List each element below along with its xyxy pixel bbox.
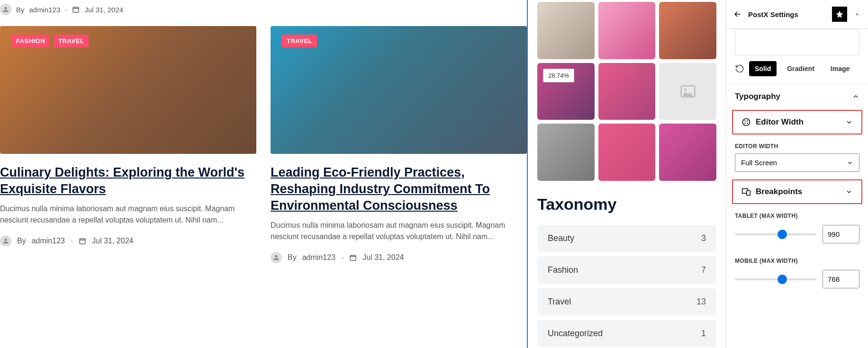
calendar-icon bbox=[349, 254, 357, 261]
panel-label: Breakpoints bbox=[756, 187, 802, 196]
fill-tab-gradient[interactable]: Gradient bbox=[781, 61, 820, 76]
top-post-meta: By admin123 - Jul 31, 2024 bbox=[0, 0, 527, 19]
tag-travel[interactable]: TRAVEL bbox=[54, 35, 89, 47]
favorite-button[interactable] bbox=[832, 7, 847, 22]
taxonomy-item-travel[interactable]: Travel 13 bbox=[537, 288, 716, 315]
chevron-down-icon bbox=[845, 118, 853, 126]
author-link[interactable]: admin123 bbox=[29, 6, 61, 14]
meta-separator: - bbox=[71, 237, 73, 245]
by-label: By bbox=[17, 237, 26, 245]
fill-tab-image[interactable]: Image bbox=[825, 61, 855, 76]
svg-point-8 bbox=[744, 123, 746, 124]
slider-thumb[interactable] bbox=[778, 275, 787, 284]
settings-sidebar: PostX Settings Solid Gradient Image Typo… bbox=[726, 0, 868, 348]
grid-image[interactable]: 28.74% bbox=[537, 63, 595, 120]
panel-label: Editor Width bbox=[756, 117, 804, 127]
author-link[interactable]: admin123 bbox=[302, 253, 335, 262]
taxonomy-count: 1 bbox=[701, 329, 706, 339]
panel-label: Typography bbox=[735, 92, 780, 101]
post-excerpt: Ducimus nulla minima laboriosam aut magn… bbox=[0, 203, 256, 226]
taxonomy-count: 7 bbox=[701, 265, 706, 275]
calendar-icon bbox=[72, 6, 80, 13]
post-image[interactable]: FASHION TRAVEL bbox=[0, 26, 256, 154]
author-link[interactable]: admin123 bbox=[32, 237, 65, 245]
grid-image[interactable] bbox=[598, 2, 656, 59]
taxonomy-label: Travel bbox=[548, 297, 571, 307]
avatar bbox=[0, 4, 11, 15]
image-placeholder-icon bbox=[680, 85, 696, 98]
svg-point-5 bbox=[743, 119, 750, 126]
post-date: Jul 31, 2024 bbox=[92, 237, 133, 245]
panel-breakpoints[interactable]: Breakpoints bbox=[732, 179, 862, 204]
svg-point-4 bbox=[684, 89, 687, 91]
svg-point-9 bbox=[747, 123, 748, 124]
close-icon[interactable] bbox=[853, 10, 861, 18]
grid-image[interactable] bbox=[598, 63, 656, 120]
taxonomy-item-beauty[interactable]: Beauty 3 bbox=[537, 225, 716, 252]
post-date: Jul 31, 2024 bbox=[84, 6, 123, 14]
sidebar-title: PostX Settings bbox=[748, 10, 826, 18]
post-card: FASHION TRAVEL Culinary Delights: Explor… bbox=[0, 26, 256, 263]
taxonomy-heading: Taxonomy bbox=[537, 195, 716, 214]
mobile-width-input[interactable]: 768 bbox=[823, 270, 859, 288]
grid-image[interactable] bbox=[659, 124, 716, 181]
taxonomy-label: Uncategorized bbox=[548, 329, 603, 339]
fill-tab-solid[interactable]: Solid bbox=[749, 61, 777, 76]
slider-thumb[interactable] bbox=[778, 230, 787, 239]
fill-preview-box[interactable] bbox=[735, 29, 859, 55]
mobile-width-slider[interactable] bbox=[735, 278, 817, 280]
avatar bbox=[271, 252, 282, 263]
grid-image[interactable] bbox=[537, 124, 595, 181]
chevron-down-icon bbox=[845, 188, 853, 196]
post-date: Jul 31, 2024 bbox=[362, 253, 404, 262]
meta-separator: - bbox=[341, 253, 344, 262]
panel-editor-width[interactable]: Editor Width bbox=[732, 110, 862, 134]
svg-rect-11 bbox=[747, 191, 750, 196]
by-label: By bbox=[16, 6, 25, 14]
post-image[interactable]: TRAVEL bbox=[271, 26, 527, 154]
tag-travel[interactable]: TRAVEL bbox=[282, 35, 317, 47]
select-value: Full Screen bbox=[741, 159, 777, 167]
svg-rect-2 bbox=[350, 256, 356, 261]
svg-point-6 bbox=[744, 120, 746, 122]
avatar bbox=[0, 235, 11, 247]
reset-icon[interactable] bbox=[735, 64, 744, 73]
chevron-up-icon bbox=[852, 93, 859, 100]
panel-typography[interactable]: Typography bbox=[726, 85, 868, 108]
mobile-width-label: MOBILE (MAX WIDTH) bbox=[726, 251, 868, 268]
percent-badge: 28.74% bbox=[543, 69, 574, 82]
svg-rect-0 bbox=[73, 7, 79, 12]
grid-image[interactable] bbox=[598, 124, 656, 181]
devices-icon bbox=[741, 187, 751, 196]
editor-width-select[interactable]: Full Screen bbox=[735, 153, 859, 172]
back-arrow-icon[interactable] bbox=[733, 9, 742, 19]
svg-point-7 bbox=[747, 120, 748, 122]
tablet-width-input[interactable]: 990 bbox=[823, 225, 859, 243]
tag-fashion[interactable]: FASHION bbox=[11, 35, 50, 47]
taxonomy-label: Beauty bbox=[548, 233, 574, 243]
post-excerpt: Ducimus nulla minima laboriosam aut magn… bbox=[271, 220, 527, 242]
svg-rect-1 bbox=[80, 239, 85, 244]
star-icon bbox=[835, 10, 844, 18]
by-label: By bbox=[288, 253, 297, 262]
grid-image[interactable] bbox=[659, 2, 716, 59]
tablet-width-slider[interactable] bbox=[735, 233, 817, 235]
palette-icon bbox=[741, 117, 751, 127]
calendar-icon bbox=[79, 237, 86, 245]
post-title-link[interactable]: Leading Eco-Friendly Practices, Reshapin… bbox=[271, 164, 527, 214]
tablet-width-label: TABLET (MAX WIDTH) bbox=[726, 206, 868, 223]
taxonomy-label: Fashion bbox=[548, 265, 578, 275]
meta-separator: - bbox=[65, 6, 67, 14]
grid-image-placeholder[interactable] bbox=[659, 63, 716, 120]
image-grid: 28.74% bbox=[537, 2, 716, 181]
taxonomy-count: 3 bbox=[701, 233, 706, 243]
post-title-link[interactable]: Culinary Delights: Exploring the World's… bbox=[0, 164, 256, 197]
taxonomy-item-fashion[interactable]: Fashion 7 bbox=[537, 257, 716, 284]
taxonomy-item-uncategorized[interactable]: Uncategorized 1 bbox=[537, 320, 716, 347]
chevron-down-icon bbox=[847, 160, 853, 166]
editor-width-field-label: EDITOR WIDTH bbox=[726, 136, 868, 153]
grid-image[interactable] bbox=[537, 2, 595, 59]
post-card: TRAVEL Leading Eco-Friendly Practices, R… bbox=[271, 26, 527, 263]
posts-row: FASHION TRAVEL Culinary Delights: Explor… bbox=[0, 19, 527, 270]
taxonomy-count: 13 bbox=[696, 297, 706, 307]
